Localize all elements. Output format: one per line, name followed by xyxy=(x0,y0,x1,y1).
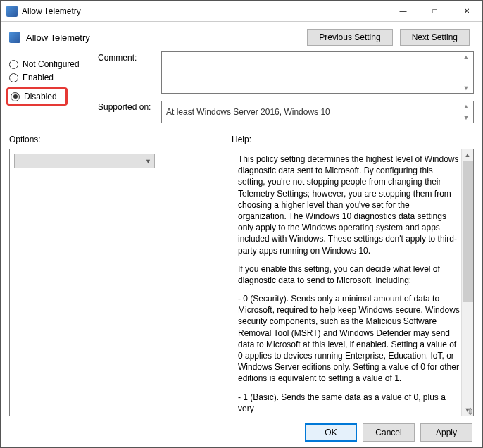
header-row: Allow Telemetry Previous Setting Next Se… xyxy=(1,22,482,51)
radio-enabled[interactable]: Enabled xyxy=(9,73,87,82)
help-paragraph: - 1 (Basic). Sends the same data as a va… xyxy=(238,392,460,414)
supported-label: Supported on: xyxy=(98,101,161,123)
window-buttons: — □ ✕ xyxy=(387,1,482,21)
ok-button[interactable]: OK xyxy=(305,423,357,442)
cancel-button[interactable]: Cancel xyxy=(363,423,415,442)
lower-panels: Options: ▼ Help: This policy setting det… xyxy=(1,130,482,416)
fields-area: Comment: ▲ ▼ Supported on: At least Wind… xyxy=(98,51,474,130)
window-title: Allow Telemetry xyxy=(22,6,387,16)
nav-buttons: Previous Setting Next Setting xyxy=(307,29,470,46)
supported-on-box: At least Windows Server 2016, Windows 10… xyxy=(161,101,474,123)
minimize-button[interactable]: — xyxy=(387,1,419,21)
scroll-arrows: ▲ ▼ xyxy=(460,54,472,92)
help-paragraph: - 0 (Security). Sends only a minimal amo… xyxy=(238,293,460,385)
help-label: Help: xyxy=(232,135,474,144)
scroll-up-icon[interactable]: ▲ xyxy=(462,149,473,161)
dialog-window: Allow Telemetry — □ ✕ Allow Telemetry Pr… xyxy=(0,0,483,448)
policy-title: Allow Telemetry xyxy=(26,32,307,43)
app-icon xyxy=(6,6,18,17)
comment-row: Comment: ▲ ▼ xyxy=(98,51,474,94)
help-paragraph: If you enable this setting, you can deci… xyxy=(238,263,460,286)
scroll-thumb[interactable] xyxy=(463,161,473,302)
close-button[interactable]: ✕ xyxy=(451,1,482,21)
radio-icon xyxy=(9,60,18,69)
previous-setting-button[interactable]: Previous Setting xyxy=(307,29,392,46)
radio-label: Disabled xyxy=(24,92,57,101)
supported-value: At least Windows Server 2016, Windows 10 xyxy=(166,107,330,117)
options-column: Options: ▼ xyxy=(9,135,220,416)
help-box: This policy setting determines the highe… xyxy=(232,149,474,416)
radio-label: Enabled xyxy=(23,73,54,82)
radio-not-configured[interactable]: Not Configured xyxy=(9,59,87,69)
scroll-down-icon[interactable]: ▼ xyxy=(463,114,470,121)
options-dropdown[interactable]: ▼ xyxy=(14,154,155,168)
scroll-up-icon[interactable]: ▲ xyxy=(463,54,470,61)
help-column: Help: This policy setting determines the… xyxy=(232,135,474,416)
help-scrollbar[interactable]: ▲ ▼ xyxy=(461,149,473,416)
scroll-up-icon[interactable]: ▲ xyxy=(463,103,470,110)
resize-grip-icon[interactable]: ⇕ xyxy=(466,406,474,416)
chevron-down-icon: ▼ xyxy=(145,158,151,165)
title-bar: Allow Telemetry — □ ✕ xyxy=(1,1,482,22)
supported-row: Supported on: At least Windows Server 20… xyxy=(98,101,474,123)
radio-label: Not Configured xyxy=(23,59,80,69)
comment-input[interactable]: ▲ ▼ xyxy=(161,51,474,94)
comment-label: Comment: xyxy=(98,51,161,94)
radio-disabled[interactable]: Disabled xyxy=(11,92,57,101)
help-paragraph: This policy setting determines the highe… xyxy=(238,154,460,256)
scroll-down-icon[interactable]: ▼ xyxy=(463,85,470,92)
footer-buttons: OK Cancel Apply xyxy=(1,416,482,447)
options-box: ▼ xyxy=(9,149,220,416)
scroll-arrows: ▲ ▼ xyxy=(460,103,472,121)
options-label: Options: xyxy=(9,135,220,144)
selected-highlight: Disabled xyxy=(6,87,68,106)
apply-button[interactable]: Apply xyxy=(420,423,472,442)
help-text: This policy setting determines the highe… xyxy=(232,149,461,416)
state-radios: Not Configured Enabled Disabled xyxy=(9,51,87,130)
next-setting-button[interactable]: Next Setting xyxy=(400,29,470,46)
policy-icon xyxy=(9,32,20,43)
maximize-button[interactable]: □ xyxy=(419,1,451,21)
body-area: Not Configured Enabled Disabled Comment: xyxy=(1,51,482,130)
radio-icon xyxy=(11,92,20,101)
radio-icon xyxy=(9,73,18,82)
